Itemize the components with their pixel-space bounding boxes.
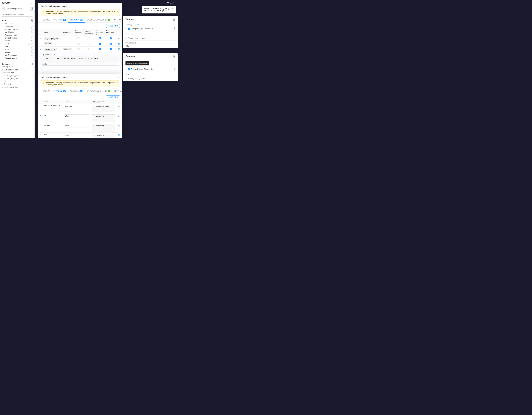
- modal-title-name: manager_team: [52, 5, 66, 7]
- dimension-checkbox[interactable]: [110, 48, 112, 50]
- add-item-button-bottom[interactable]: + ADD ITEM: [106, 95, 120, 99]
- metric-label-input[interactable]: [64, 124, 89, 127]
- sidebar-item-label: Visits / MAU: [5, 26, 27, 28]
- dimension-checkbox[interactable]: [110, 37, 112, 39]
- expand-cell: ▶: [38, 104, 42, 113]
- metric-sql-box[interactable]: 1 SUM(team_members): [92, 105, 115, 112]
- col-info-button-bottom[interactable]: i: [174, 68, 175, 70]
- time-info-icon[interactable]: i: [172, 2, 174, 4]
- metric-sql-box[interactable]: 1 SUM(wau): [92, 114, 115, 122]
- metric-sql-cell: 1 SUM(arr): [91, 123, 116, 132]
- delete-metric-button[interactable]: 🗑: [118, 134, 121, 137]
- question-icon[interactable]: ?: [31, 57, 32, 59]
- f-icon: f: [2, 34, 4, 36]
- columns-panel-toggle-top[interactable]: ∧: [173, 18, 175, 21]
- alert-close-button-bottom[interactable]: ✕: [117, 82, 118, 84]
- sql-code: DATE_DIFF(DATE(CURRENT_DATE()), created_…: [46, 57, 98, 59]
- metric-label-input[interactable]: [64, 105, 89, 108]
- dataset-more-button[interactable]: ⋮: [30, 7, 32, 10]
- expand-cell: ▶: [38, 123, 42, 132]
- alert-banner-top: ⚠ Be careful. Be careful. Changing these…: [41, 9, 120, 16]
- add-item-button-top[interactable]: + ADD ITEM: [106, 24, 120, 28]
- question-icon[interactable]: ?: [31, 48, 32, 50]
- col-header-expand: [38, 29, 43, 36]
- tab-source-bottom[interactable]: SOURCE: [41, 89, 52, 94]
- expand-metric-button[interactable]: ▶: [40, 115, 41, 116]
- tab-columns-bottom[interactable]: COLUMNS 88: [68, 89, 85, 94]
- info-icon[interactable]: i: [28, 26, 30, 28]
- delete-row-button[interactable]: 🗑: [118, 47, 121, 51]
- columns-toggle[interactable]: ∧: [31, 63, 32, 65]
- datetime-radio[interactable]: [88, 43, 90, 45]
- datetime-radio[interactable]: [88, 48, 90, 50]
- temporal-checkbox[interactable]: [77, 48, 79, 50]
- hash-icon: #: [125, 37, 126, 39]
- col-info-button[interactable]: i: [174, 27, 175, 30]
- question-icon[interactable]: ?: [31, 26, 32, 28]
- temporal-checkbox[interactable]: [77, 43, 79, 45]
- expand-row-button[interactable]: ▶: [40, 43, 41, 45]
- tab-calculated-columns[interactable]: CALCULATED COLUMNS 3: [85, 18, 112, 23]
- question-icon[interactable]: ?: [31, 43, 32, 45]
- sidebar-item: ⊙ contract_end_date: [2, 77, 32, 80]
- delete-metric-button[interactable]: 🗑: [118, 105, 121, 108]
- delete-metric-button[interactable]: 🗑: [118, 114, 121, 118]
- tab-metrics-bottom[interactable]: METRICS 12: [52, 89, 68, 94]
- metrics-col-expand: [38, 100, 42, 104]
- modal-close-button-bottom[interactable]: ✕: [118, 76, 119, 79]
- metric-sql-box[interactable]: 1 SUM(mau): [92, 134, 115, 138]
- question-icon[interactable]: ?: [31, 46, 32, 47]
- metric-label-input[interactable]: [64, 114, 89, 118]
- filterable-checkbox[interactable]: [99, 48, 101, 50]
- tab-settings[interactable]: SETTINGS: [112, 18, 122, 23]
- metric-sql-box[interactable]: 1 SUM(arr): [92, 124, 115, 132]
- delete-row-button[interactable]: 🗑: [118, 37, 121, 40]
- datetime-radio[interactable]: [88, 37, 90, 39]
- modal-header-bottom: Edit Dataset manager_team ✕: [38, 74, 122, 79]
- expand-metric-button[interactable]: ▶: [40, 124, 41, 126]
- columns-panel-toggle-bottom[interactable]: ∧: [173, 55, 175, 58]
- filterable-checkbox[interactable]: [99, 43, 101, 45]
- columns-panel-title-top: Columns: [125, 18, 135, 20]
- metrics-col-sql: SQL expression ↕: [91, 100, 116, 104]
- question-icon[interactable]: ?: [31, 54, 32, 56]
- tab-source[interactable]: SOURCE: [41, 18, 52, 23]
- temporal-checkbox[interactable]: [77, 37, 79, 39]
- metrics-toggle[interactable]: ∧: [31, 19, 32, 22]
- modal-close-button-top[interactable]: ✕: [118, 5, 119, 7]
- dimension-checkbox[interactable]: [110, 43, 112, 45]
- metrics-section-header: Metrics ∧: [2, 19, 32, 22]
- metric-label-input[interactable]: [64, 134, 89, 137]
- question-icon[interactable]: ?: [31, 34, 32, 36]
- delete-metric-button[interactable]: 🗑: [118, 124, 121, 127]
- expand-cell: ▶: [38, 132, 42, 139]
- label-field-input[interactable]: [42, 66, 119, 69]
- metric-label-cell: [62, 104, 91, 113]
- question-icon[interactable]: ?: [31, 40, 32, 42]
- question-icon[interactable]: ?: [31, 31, 32, 33]
- clock-icon: ⊙: [2, 83, 3, 85]
- expand-icon[interactable]: ⊞: [30, 2, 32, 5]
- expand-row-button[interactable]: ▶: [40, 38, 41, 39]
- tab-columns[interactable]: COLUMNS 88: [68, 18, 85, 23]
- expand-row-button[interactable]: ▼: [40, 48, 41, 50]
- filterable-checkbox[interactable]: [99, 37, 101, 39]
- tab-calc-columns-bottom[interactable]: CALCULATED COLUMNS 3: [85, 89, 112, 94]
- expand-metric-button[interactable]: ▶: [40, 134, 41, 135]
- info-icon[interactable]: i: [28, 43, 30, 45]
- sidebar-item: ⊙ most_recent_visit: [2, 86, 32, 88]
- question-icon[interactable]: ?: [31, 28, 32, 30]
- question-icon[interactable]: ?: [31, 37, 32, 39]
- sidebar-item-label: most_recent_visit: [4, 86, 32, 88]
- columns-table-area: Column ↕ Data type ↕ Is temporal ↕ Defau…: [38, 29, 122, 72]
- col-header-column: Column ↕: [43, 29, 62, 36]
- search-input[interactable]: [2, 13, 33, 17]
- sidebar-item-label: Invites Pending: [5, 37, 30, 39]
- tab-settings-bottom[interactable]: SETTINGS: [112, 89, 122, 94]
- sql-editor[interactable]: 1 DATE_DIFF(DATE(CURRENT_DATE()), create…: [42, 56, 119, 62]
- delete-row-button[interactable]: 🗑: [118, 42, 121, 45]
- question-icon[interactable]: ?: [31, 51, 32, 53]
- tab-metrics[interactable]: METRICS 12: [52, 18, 68, 23]
- expand-metric-button[interactable]: ▶: [40, 105, 41, 107]
- alert-close-button[interactable]: ✕: [117, 10, 118, 12]
